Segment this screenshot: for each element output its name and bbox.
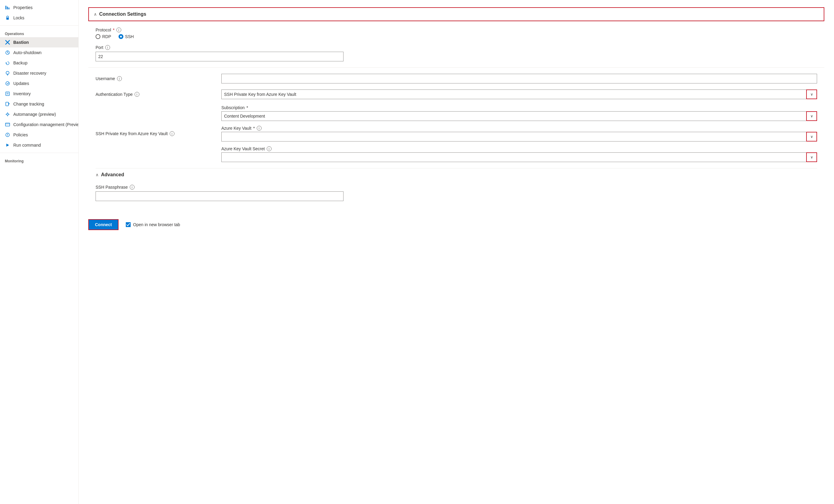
username-row: Username i <box>95 74 817 84</box>
sidebar-item-automanage[interactable]: Automanage (preview) <box>0 109 78 119</box>
ssh-radio-circle <box>118 34 124 39</box>
azure-key-vault-secret-field: Azure Key Vault Secret i ∨ <box>221 146 817 162</box>
operations-section-title: Operations <box>0 28 78 37</box>
inventory-icon <box>5 91 10 96</box>
key-vault-label: SSH Private Key from Azure Key Vault i <box>95 105 217 162</box>
subscription-dropdown: ∨ <box>221 111 817 121</box>
sidebar-item-run-command-label: Run command <box>13 143 41 148</box>
disaster-recovery-icon <box>5 70 10 76</box>
connection-settings-header[interactable]: ∧ Connection Settings <box>88 7 824 21</box>
port-info-icon: i <box>105 45 110 50</box>
azure-key-vault-required: * <box>253 126 255 131</box>
sidebar-item-run-command[interactable]: Run command <box>0 140 78 150</box>
rdp-label: RDP <box>102 34 111 39</box>
auto-shutdown-icon <box>5 50 10 55</box>
ssh-passphrase-label: SSH Passphrase i <box>95 185 817 190</box>
svg-point-9 <box>6 82 9 85</box>
auth-type-control: ∨ <box>221 89 817 99</box>
ssh-passphrase-input[interactable] <box>95 191 344 201</box>
azure-key-vault-dropdown-btn[interactable]: ∨ <box>806 132 817 141</box>
username-info-icon: i <box>117 76 122 81</box>
main-content: ∧ Connection Settings Protocol * i RDP <box>79 0 834 504</box>
subscription-dropdown-btn[interactable]: ∨ <box>806 111 817 121</box>
connection-settings-section: ∧ Connection Settings Protocol * i RDP <box>88 7 824 207</box>
connect-button[interactable]: Connect <box>88 219 118 230</box>
sidebar-item-disaster-recovery-label: Disaster recovery <box>13 71 46 75</box>
username-control <box>221 74 817 84</box>
azure-key-vault-secret-value[interactable] <box>221 152 817 162</box>
sidebar-item-policies[interactable]: Policies <box>0 130 78 140</box>
sidebar-item-properties[interactable]: Properties <box>0 2 78 13</box>
policies-icon <box>5 132 10 137</box>
auth-type-dropdown-btn[interactable]: ∨ <box>806 89 817 99</box>
sidebar-item-locks[interactable]: Locks <box>0 13 78 23</box>
advanced-section-header[interactable]: ∧ Advanced <box>95 168 817 181</box>
open-new-tab-row: Open in new browser tab <box>126 222 180 227</box>
updates-icon <box>5 81 10 86</box>
sidebar-item-inventory[interactable]: Inventory <box>0 89 78 99</box>
azure-key-vault-dropdown: ∨ <box>221 132 817 141</box>
azure-key-vault-secret-info-icon: i <box>267 146 271 151</box>
svg-rect-10 <box>6 92 9 95</box>
azure-key-vault-value[interactable] <box>221 132 817 141</box>
subscription-value[interactable] <box>221 111 817 121</box>
backup-icon <box>5 60 10 66</box>
bastion-icon <box>5 40 10 45</box>
auth-type-value[interactable] <box>221 89 817 99</box>
connection-settings-chevron-up: ∧ <box>94 12 97 17</box>
azure-key-vault-secret-dropdown: ∨ <box>221 152 817 162</box>
sidebar-item-properties-label: Properties <box>13 5 32 10</box>
sidebar-item-backup[interactable]: Backup <box>0 58 78 68</box>
port-input[interactable] <box>95 52 344 61</box>
sidebar-item-backup-label: Backup <box>13 61 27 65</box>
checkbox-check-icon <box>126 223 130 226</box>
azure-key-vault-label: Azure Key Vault * i <box>221 126 817 131</box>
sidebar-item-config-mgmt[interactable]: Configuration management (Preview) <box>0 119 78 130</box>
run-command-icon <box>5 143 10 148</box>
form-divider-1 <box>88 67 824 68</box>
svg-point-19 <box>7 135 8 136</box>
open-new-tab-checkbox[interactable] <box>126 222 131 227</box>
auth-type-row: Authentication Type i ∨ <box>95 89 817 99</box>
key-vault-fields: Subscription * ∨ Azure Ke <box>221 105 817 162</box>
subscription-chevron-down-icon: ∨ <box>810 114 813 118</box>
sidebar-item-disaster-recovery[interactable]: Disaster recovery <box>0 68 78 78</box>
port-label: Port i <box>95 45 817 50</box>
svg-rect-1 <box>7 7 8 9</box>
sidebar-item-updates[interactable]: Updates <box>0 78 78 89</box>
sidebar: Properties Locks Operations Bastion <box>0 0 79 504</box>
azure-key-vault-info-icon: i <box>257 126 262 131</box>
monitoring-section-title: Monitoring <box>0 155 78 165</box>
svg-marker-20 <box>6 144 9 147</box>
key-vault-info-icon: i <box>170 131 174 136</box>
auth-type-info-icon: i <box>135 92 139 97</box>
automanage-icon <box>5 112 10 117</box>
key-vault-section: SSH Private Key from Azure Key Vault i S… <box>95 105 817 162</box>
sidebar-item-updates-label: Updates <box>13 81 29 86</box>
auth-type-chevron-down-icon: ∨ <box>810 92 813 96</box>
sidebar-item-locks-label: Locks <box>13 16 24 20</box>
rdp-radio-option[interactable]: RDP <box>95 34 111 39</box>
sidebar-item-change-tracking[interactable]: Change tracking <box>0 99 78 109</box>
svg-rect-15 <box>5 123 10 126</box>
sidebar-item-auto-shutdown[interactable]: Auto-shutdown <box>0 47 78 58</box>
azure-key-vault-field: Azure Key Vault * i ∨ <box>221 126 817 141</box>
username-label: Username i <box>95 76 217 81</box>
svg-rect-13 <box>6 102 8 106</box>
protocol-required: * <box>113 27 114 32</box>
azure-key-vault-secret-dropdown-btn[interactable]: ∨ <box>806 152 817 162</box>
protocol-section: Protocol * i RDP SSH <box>95 27 817 39</box>
subscription-field: Subscription * ∨ <box>221 105 817 121</box>
svg-rect-2 <box>8 7 9 9</box>
username-input[interactable] <box>221 74 817 84</box>
protocol-info-icon: i <box>116 27 121 32</box>
azure-key-vault-secret-label: Azure Key Vault Secret i <box>221 146 817 151</box>
sidebar-divider-1 <box>0 25 78 26</box>
auth-type-dropdown: ∨ <box>221 89 817 99</box>
sidebar-divider-2 <box>0 153 78 153</box>
azure-key-vault-chevron-down-icon: ∨ <box>810 134 813 139</box>
sidebar-item-bastion[interactable]: Bastion <box>0 37 78 47</box>
rdp-radio-circle <box>95 34 101 39</box>
azure-key-vault-secret-chevron-down-icon: ∨ <box>810 155 813 159</box>
ssh-radio-option[interactable]: SSH <box>118 34 134 39</box>
